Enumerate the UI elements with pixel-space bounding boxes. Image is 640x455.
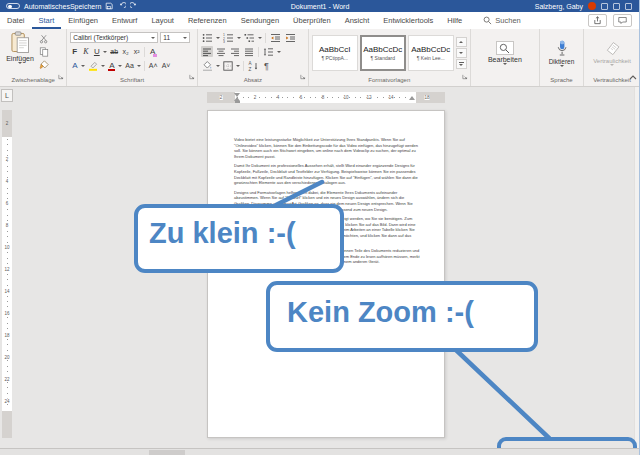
svg-text:Z: Z: [248, 67, 251, 71]
avatar[interactable]: [588, 2, 596, 10]
tab-referenzen[interactable]: Referenzen: [181, 12, 234, 29]
decrease-indent-button[interactable]: [269, 32, 282, 43]
shading-button[interactable]: [201, 60, 214, 71]
paragraph-dialog-launcher[interactable]: [300, 66, 306, 84]
minimize-icon[interactable]: [613, 3, 620, 10]
pilcrow-button[interactable]: ¶: [262, 60, 271, 71]
highlight-button[interactable]: [87, 60, 99, 71]
bullets-dropdown-icon[interactable]: [216, 37, 220, 39]
tab-hilfe[interactable]: Hilfe: [440, 12, 469, 29]
styles-scroll-down-button[interactable]: [456, 48, 467, 58]
text-effects-dropdown-icon[interactable]: [81, 65, 85, 67]
tab-entwicklertools[interactable]: Entwicklertools: [376, 12, 440, 29]
cut-button[interactable]: [37, 33, 51, 44]
tab-ansicht[interactable]: Ansicht: [338, 12, 377, 29]
borders-icon: [223, 61, 233, 71]
multilevel-dropdown-icon[interactable]: [258, 37, 262, 39]
subscript-button[interactable]: x₂: [121, 46, 130, 57]
shading-dropdown-icon[interactable]: [216, 65, 220, 67]
italic-button[interactable]: K: [81, 46, 90, 57]
bullets-button[interactable]: [201, 32, 214, 43]
left-indent-marker[interactable]: [235, 101, 240, 103]
borders-dropdown-icon[interactable]: [236, 65, 240, 67]
align-left-button[interactable]: [201, 46, 213, 57]
format-painter-icon: [39, 60, 49, 70]
change-case-dropdown-icon[interactable]: [137, 65, 141, 67]
save-icon[interactable]: [105, 2, 113, 10]
font-dialog-launcher[interactable]: [189, 66, 195, 84]
search-box[interactable]: Suchen: [483, 12, 520, 29]
styles-dialog-launcher[interactable]: [462, 66, 468, 84]
sort-button[interactable]: AZ: [247, 60, 260, 71]
copy-button[interactable]: [37, 46, 51, 57]
text-effects-button[interactable]: A: [70, 60, 79, 71]
share-button[interactable]: [588, 14, 607, 27]
undo-icon[interactable]: [117, 2, 126, 10]
multilevel-list-button[interactable]: [243, 32, 256, 43]
ruler-number: 2: [2, 121, 12, 126]
justify-button[interactable]: [243, 46, 255, 57]
increase-indent-button[interactable]: [284, 32, 297, 43]
right-indent-marker[interactable]: [409, 96, 415, 100]
underline-button[interactable]: U: [92, 46, 101, 57]
numbering-button[interactable]: 123: [222, 32, 235, 43]
highlight-dropdown-icon[interactable]: [101, 65, 105, 67]
line-spacing-dropdown-icon[interactable]: [277, 51, 281, 53]
autosave-toggle[interactable]: [6, 3, 20, 9]
grow-font-button[interactable]: A˄: [148, 60, 159, 71]
group-label-clipboard: Zwischenablage: [0, 75, 66, 86]
style-card-kein-leerraum[interactable]: AaBbCcDc ¶ Kein Lee...: [408, 35, 454, 71]
document-page[interactable]: Video bietet eine leistungsstarke Möglic…: [207, 110, 445, 438]
font-color-bar: [108, 69, 115, 71]
collapse-ribbon-button[interactable]: [629, 66, 637, 84]
editing-button[interactable]: Bearbeiten: [488, 41, 522, 65]
tab-datei[interactable]: Datei: [0, 12, 32, 29]
paste-button[interactable]: Einfügen: [3, 31, 37, 75]
tab-sendungen[interactable]: Sendungen: [234, 12, 286, 29]
tab-einfuegen[interactable]: Einfügen: [61, 12, 105, 29]
ruler-number: 2: [220, 95, 223, 100]
quick-access-toolbar: AutomatischesSpeichern: [0, 2, 139, 10]
maximize-icon[interactable]: [625, 3, 632, 10]
superscript-button[interactable]: x²: [132, 46, 141, 57]
tab-start[interactable]: Start: [32, 12, 62, 29]
format-painter-button[interactable]: [37, 59, 51, 70]
ribbon: Einfügen Zwischenablage: [0, 29, 640, 87]
strikethrough-button[interactable]: ab: [109, 46, 119, 57]
font-size-combo[interactable]: 11: [160, 32, 190, 43]
tab-layout[interactable]: Layout: [144, 12, 181, 29]
underline-dropdown-icon[interactable]: [103, 51, 107, 53]
font-name-dropdown-icon: [151, 37, 155, 39]
borders-button[interactable]: [222, 60, 234, 71]
styles-scroll-up-button[interactable]: [456, 37, 467, 47]
ruler-number: 2: [2, 157, 12, 162]
font-color-dropdown-icon[interactable]: [118, 65, 122, 67]
ruler-number: 18: [2, 333, 12, 338]
comments-button[interactable]: [613, 14, 632, 27]
font-color-button[interactable]: A: [107, 60, 116, 71]
clipboard-dialog-launcher[interactable]: [58, 66, 64, 84]
paste-dropdown-icon: [18, 62, 22, 64]
editing-iconbox: [496, 41, 514, 55]
style-card-pctipp[interactable]: AaBbCcI ¶ PCtippA...: [312, 35, 358, 71]
ruler-number: 4: [277, 95, 280, 100]
bold-button[interactable]: F: [70, 46, 79, 57]
align-center-button[interactable]: [215, 46, 227, 57]
tab-stop-selector[interactable]: L: [1, 89, 13, 102]
clear-formatting-button[interactable]: A: [148, 46, 157, 57]
shrink-font-button[interactable]: A˅: [161, 60, 172, 71]
font-name-combo[interactable]: Calibri (Textkörper): [70, 32, 158, 43]
redo-icon[interactable]: [130, 2, 139, 10]
style-card-standard[interactable]: AaBbCcDc ¶ Standard: [360, 35, 406, 71]
change-case-button[interactable]: Aa: [124, 60, 135, 71]
ribbon-tab-row: Datei Start Einfügen Entwurf Layout Refe…: [0, 12, 640, 29]
tab-ueberpruefen[interactable]: Überprüfen: [286, 12, 338, 29]
ribbon-display-options-icon[interactable]: [601, 3, 608, 10]
tab-entwurf[interactable]: Entwurf: [105, 12, 144, 29]
dictate-button[interactable]: Diktieren: [543, 40, 580, 67]
align-right-button[interactable]: [229, 46, 241, 57]
clipboard-small-buttons: [37, 31, 51, 75]
line-spacing-button[interactable]: [262, 46, 275, 57]
numbering-dropdown-icon[interactable]: [237, 37, 241, 39]
magnifier-icon: [499, 43, 510, 54]
